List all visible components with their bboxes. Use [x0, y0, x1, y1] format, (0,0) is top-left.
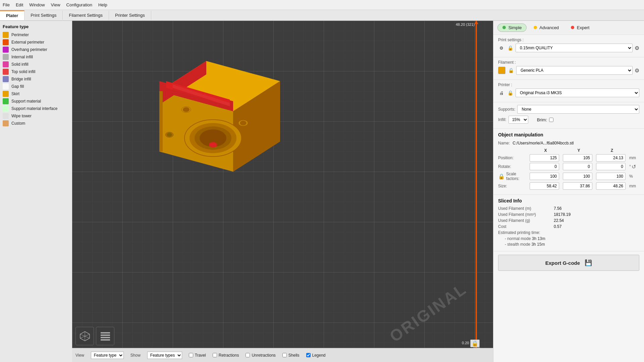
travel-label: Travel — [195, 353, 206, 358]
filament-row: 🔒 Generic PLA ⚙ — [498, 66, 639, 75]
legend-item-overhang-perimeter: Overhang perimeter — [3, 47, 69, 53]
legend-color-10 — [3, 106, 9, 112]
scale-z-input[interactable] — [596, 173, 626, 180]
size-z-input[interactable] — [596, 182, 626, 190]
svg-rect-28 — [101, 335, 110, 336]
legend-title: Feature type — [3, 24, 69, 29]
tab-print-settings[interactable]: Print Settings — [24, 11, 63, 20]
size-label: Size: — [498, 184, 528, 188]
supports-select[interactable]: None — [517, 105, 639, 114]
position-z-input[interactable] — [596, 154, 626, 162]
position-y-input[interactable] — [563, 154, 592, 162]
rotate-unit: ° — [629, 164, 631, 169]
scale-lock-icon[interactable]: 🔒 — [498, 173, 505, 180]
svg-point-11 — [195, 126, 231, 150]
rotate-reset-button[interactable]: ↺ — [632, 164, 636, 170]
view-label: View — [75, 353, 84, 358]
supports-section: Supports: None Infill: 15% Brim: — [493, 102, 644, 129]
scale-y-input[interactable] — [563, 173, 592, 180]
rotate-label: Rotate: — [498, 164, 528, 169]
retractions-label: Retractions — [219, 353, 239, 358]
tab-filament-settings[interactable]: Filament Settings — [63, 11, 109, 20]
legend-item-support-material-interface: Support material interface — [3, 106, 69, 112]
menu-window[interactable]: Window — [29, 2, 45, 7]
scalebar-orange-bar — [476, 21, 477, 348]
legend-item-gap-fill: Gap fill — [3, 83, 69, 89]
tab-expert[interactable]: Expert — [566, 23, 594, 32]
shells-checkbox[interactable] — [282, 353, 287, 357]
sliced-info-section: Sliced Info Used Filament (m)7.56Used Fi… — [493, 195, 644, 251]
unretractions-checkbox[interactable] — [246, 353, 250, 357]
svg-rect-29 — [101, 337, 110, 338]
legend-item-top-solid-infill: Top solid infill — [3, 69, 69, 75]
shells-checkbox-group: Shells — [282, 353, 300, 358]
print-settings-gear[interactable]: ⚙ — [635, 45, 639, 51]
view-layers-icon[interactable] — [96, 327, 114, 345]
rotate-z-input[interactable] — [596, 163, 626, 170]
tab-advanced[interactable]: Advanced — [529, 23, 564, 32]
retractions-checkbox[interactable] — [213, 353, 217, 357]
scalebar-arrow-top — [474, 21, 478, 24]
infill-row: Infill: 15% Brim: — [498, 116, 639, 124]
print-settings-select[interactable]: 0.15mm QUALITY — [516, 44, 633, 52]
col-y: Y — [563, 148, 595, 153]
export-gcode-button[interactable]: Export G-code 💾 — [498, 255, 639, 271]
svg-point-13 — [209, 142, 217, 147]
svg-marker-22 — [173, 88, 230, 110]
tabbar: Plater Print Settings Filament Settings … — [0, 10, 644, 21]
sliced-info-row-0: Used Filament (m)7.56 — [498, 206, 639, 211]
unretractions-checkbox-group: Unretractions — [246, 353, 275, 358]
sliced-info-row-5: - normal mode 3h 13m — [505, 236, 639, 241]
size-y-input[interactable] — [563, 182, 592, 190]
menu-file[interactable]: File — [3, 2, 10, 7]
svg-marker-2 — [159, 121, 280, 172]
scale-x-input[interactable] — [530, 173, 559, 180]
legend-color-7 — [3, 83, 9, 89]
svg-marker-21 — [173, 84, 230, 106]
legend-item-external-perimeter: External perimeter — [3, 39, 69, 45]
filament-gear[interactable]: ⚙ — [635, 67, 639, 74]
obj-name-value: C:/Users/morle/A...f6a80f4bccb.stl — [513, 141, 574, 145]
profile-tabs: Simple Advanced Expert — [493, 21, 644, 35]
legend-color-5 — [3, 69, 9, 75]
sliced-info-row-6: - stealth mode 3h 15m — [505, 242, 639, 247]
svg-point-16 — [238, 120, 248, 126]
legend-color-1 — [3, 39, 9, 45]
legend-checkbox[interactable] — [306, 353, 311, 357]
menu-help[interactable]: Help — [98, 2, 107, 7]
sliced-info-row-2: Used Filament (g)22.54 — [498, 218, 639, 223]
size-x-input[interactable] — [530, 182, 559, 190]
printer-select[interactable]: Original Prusa i3 MK3S — [516, 88, 639, 97]
scalebar-lock-icon[interactable]: 🔒 — [470, 340, 480, 347]
print-settings-section: Print settings : ⚙ 🔒 0.15mm QUALITY ⚙ — [493, 35, 644, 57]
object-manipulation: Object manipulation Name: C:/Users/morle… — [493, 129, 644, 195]
rotate-y-input[interactable] — [563, 163, 592, 170]
infill-select[interactable]: 15% — [508, 116, 528, 124]
tab-simple[interactable]: Simple — [497, 23, 527, 32]
brim-checkbox[interactable] — [549, 118, 553, 122]
menu-edit[interactable]: Edit — [16, 2, 23, 7]
filament-color-swatch[interactable] — [498, 67, 505, 74]
print-settings-icon: ⚙ — [498, 45, 505, 51]
main-layout: Feature type PerimeterExternal perimeter… — [0, 21, 644, 362]
legend-item-support-material: Support material — [3, 98, 69, 104]
sliced-info-row-3: Cost0.57 — [498, 224, 639, 229]
svg-point-12 — [200, 129, 226, 147]
position-x-input[interactable] — [530, 154, 559, 162]
position-unit: mm — [629, 156, 643, 160]
rotate-x-input[interactable] — [530, 163, 559, 170]
print-settings-label: Print settings : — [498, 38, 639, 42]
tab-plater[interactable]: Plater — [0, 10, 24, 20]
viewport[interactable]: ORIGINAL 48.20 (321) 0.20 (1) 🔒 ⚙ — [72, 21, 493, 362]
filament-select[interactable]: Generic PLA — [516, 66, 633, 75]
dot-simple — [502, 26, 506, 29]
svg-rect-30 — [101, 339, 110, 341]
view-3d-icon[interactable] — [75, 327, 94, 345]
travel-checkbox[interactable] — [189, 353, 193, 357]
tab-printer-settings[interactable]: Printer Settings — [109, 11, 151, 20]
menu-configuration[interactable]: Configuration — [66, 2, 92, 7]
view-select[interactable]: Feature type — [91, 352, 124, 359]
menu-view[interactable]: View — [51, 2, 60, 7]
svg-marker-6 — [159, 61, 206, 105]
show-select[interactable]: Feature types — [147, 352, 182, 359]
